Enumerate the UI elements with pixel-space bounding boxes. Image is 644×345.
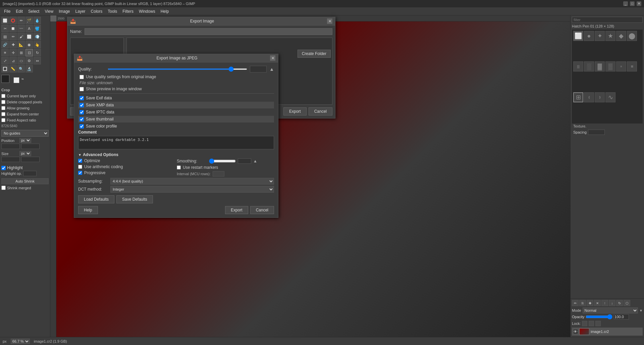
export-name-input[interactable]: image1.jpg — [85, 28, 332, 35]
save-color-checkbox[interactable] — [79, 124, 84, 129]
tool-fuzzy-select[interactable]: 🪄 — [25, 17, 33, 24]
close-button[interactable]: ✕ — [637, 1, 641, 6]
save-xmp-checkbox[interactable] — [79, 103, 84, 107]
create-folder-button[interactable]: Create Folder — [298, 50, 331, 58]
menu-colors[interactable]: Colors — [88, 8, 105, 14]
tool-pencil[interactable]: ✏ — [9, 33, 17, 40]
jpeg-cancel-button[interactable]: Cancel — [250, 206, 274, 214]
spacing-input[interactable]: 10.0 — [588, 130, 605, 135]
quality-spinner[interactable]: 90 — [250, 66, 267, 72]
layer-item[interactable]: 👁 image1.cr2 — [572, 328, 643, 336]
load-defaults-button[interactable]: Load Defaults — [78, 195, 114, 203]
tool-paths[interactable]: 〰 — [17, 25, 25, 32]
mode-select[interactable]: Normal — [583, 307, 638, 313]
highlight-checkbox[interactable] — [1, 166, 6, 170]
save-exif-checkbox[interactable] — [79, 96, 84, 100]
allow-growing-checkbox[interactable] — [1, 106, 5, 110]
guides-dropdown[interactable]: No guides — [1, 130, 49, 137]
opacity-value[interactable] — [614, 314, 629, 319]
delete-cropped-checkbox[interactable] — [1, 100, 5, 104]
save-iptc-checkbox[interactable] — [79, 110, 84, 114]
brush-thumb[interactable]: ⬜ — [573, 31, 583, 41]
lock-pixels-btn[interactable] — [582, 321, 587, 326]
tool-free-select[interactable]: ✏ — [17, 17, 25, 24]
smoothing-slider[interactable] — [209, 158, 236, 164]
tool-dodge-burn[interactable]: ☀ — [1, 49, 9, 56]
menu-help[interactable]: Help — [158, 8, 172, 14]
tool-move[interactable]: ✛ — [9, 49, 17, 56]
use-quality-settings-checkbox[interactable] — [79, 75, 84, 79]
brush-thumb[interactable]: ∿ — [605, 92, 615, 102]
layers-up-btn[interactable]: ↑ — [601, 300, 608, 306]
position-x-input[interactable]: 2866 — [1, 144, 20, 149]
brush-thumb[interactable]: ||| — [573, 61, 583, 71]
layers-refresh-btn[interactable]: ↻ — [616, 300, 623, 306]
menu-windows[interactable]: Windows — [136, 8, 158, 14]
opacity-slider[interactable] — [586, 314, 612, 319]
brush-thumb[interactable]: ⊞ — [573, 92, 583, 102]
quality-slider[interactable] — [108, 68, 247, 70]
menu-view[interactable]: View — [42, 8, 56, 14]
menu-image[interactable]: Image — [56, 8, 72, 14]
minimize-button[interactable]: _ — [623, 1, 628, 6]
brushes-filter-input[interactable] — [572, 17, 643, 23]
tool-smudge[interactable]: 👆 — [34, 41, 41, 48]
export-outer-cancel-button[interactable]: Cancel — [309, 107, 332, 115]
background-color[interactable] — [13, 77, 19, 83]
brush-thumb[interactable]: ⟫ — [595, 92, 605, 102]
advanced-options-header[interactable]: ▼ Advanced Options — [78, 152, 274, 157]
tool-rect-select[interactable]: ⬜ — [1, 17, 9, 24]
tool-perspective-clone[interactable]: 📐 — [17, 41, 25, 48]
titlebar-controls[interactable]: _ □ ✕ — [623, 1, 641, 6]
position-y-input[interactable]: 1432 — [21, 144, 40, 149]
tool-text[interactable]: A — [25, 25, 33, 32]
export-outer-export-button[interactable]: Export — [283, 107, 307, 115]
layers-add-btn[interactable]: ✚ — [587, 300, 593, 306]
size-unit-select[interactable]: px — [19, 151, 31, 156]
highlight-op-input[interactable]: 50.0 — [23, 171, 37, 176]
menu-filters[interactable]: Filters — [120, 8, 136, 14]
tool-color-picker[interactable]: 🔬 — [25, 65, 33, 72]
layer-visibility-icon[interactable]: 👁 — [573, 329, 578, 334]
tool-align[interactable]: ⊞ — [17, 49, 25, 56]
size-w-input[interactable]: 0 — [1, 157, 20, 162]
expand-from-center-checkbox[interactable] — [1, 112, 5, 116]
smoothing-value[interactable]: 0.00 — [238, 158, 251, 164]
brush-thumb[interactable]: 〓 — [627, 61, 637, 71]
tool-shear[interactable]: ⊿ — [9, 57, 17, 64]
tool-perspective[interactable]: ⬭ — [17, 57, 25, 64]
menu-edit[interactable]: Edit — [13, 8, 25, 14]
foreground-color[interactable] — [1, 75, 9, 83]
brush-thumb[interactable]: ░ — [584, 61, 594, 71]
restart-markers-checkbox[interactable] — [177, 165, 181, 169]
tool-measure[interactable]: 📏 — [9, 65, 17, 72]
tool-blur-sharpen[interactable]: ◉ — [25, 41, 33, 48]
brush-thumb[interactable]: ● — [584, 31, 594, 41]
tool-scale[interactable]: ⤢ — [1, 57, 9, 64]
brush-thumb[interactable]: ⟪ — [584, 92, 594, 102]
current-layer-only-checkbox[interactable] — [1, 94, 5, 98]
position-unit-select[interactable]: px — [19, 138, 31, 143]
fixed-aspect-ratio-checkbox[interactable] — [1, 118, 5, 122]
progressive-checkbox[interactable] — [78, 171, 82, 175]
size-h-input[interactable]: 0 — [21, 157, 40, 162]
save-thumbnail-checkbox[interactable] — [79, 117, 84, 121]
menu-file[interactable]: File — [1, 8, 13, 14]
tool-clone[interactable]: 🔗 — [1, 41, 9, 48]
use-arithmetic-checkbox[interactable] — [78, 165, 82, 169]
brush-thumb[interactable]: ▓ — [595, 61, 605, 71]
brush-thumb[interactable]: ⬤ — [627, 31, 637, 41]
brush-thumb[interactable]: ★ — [605, 31, 615, 41]
brush-thumb[interactable]: ≡ — [616, 61, 626, 71]
menu-select[interactable]: Select — [25, 8, 42, 14]
optimize-checkbox[interactable] — [78, 159, 82, 163]
quality-up-arrow[interactable]: ▲ — [269, 66, 274, 72]
brush-thumb[interactable]: ✦ — [595, 31, 605, 41]
tool-flip[interactable]: ⇔ — [34, 57, 41, 64]
tool-ellipse-select[interactable]: ⭕ — [9, 17, 17, 24]
comment-textarea[interactable]: Developed using darktable 3.2.1 — [78, 136, 274, 149]
export-outer-close-button[interactable]: ✕ — [327, 18, 332, 24]
tool-zoom[interactable]: 🔍 — [17, 65, 25, 72]
layers-edit-btn[interactable]: ✏ — [572, 300, 579, 306]
layers-del-btn[interactable]: ✕ — [594, 300, 601, 306]
